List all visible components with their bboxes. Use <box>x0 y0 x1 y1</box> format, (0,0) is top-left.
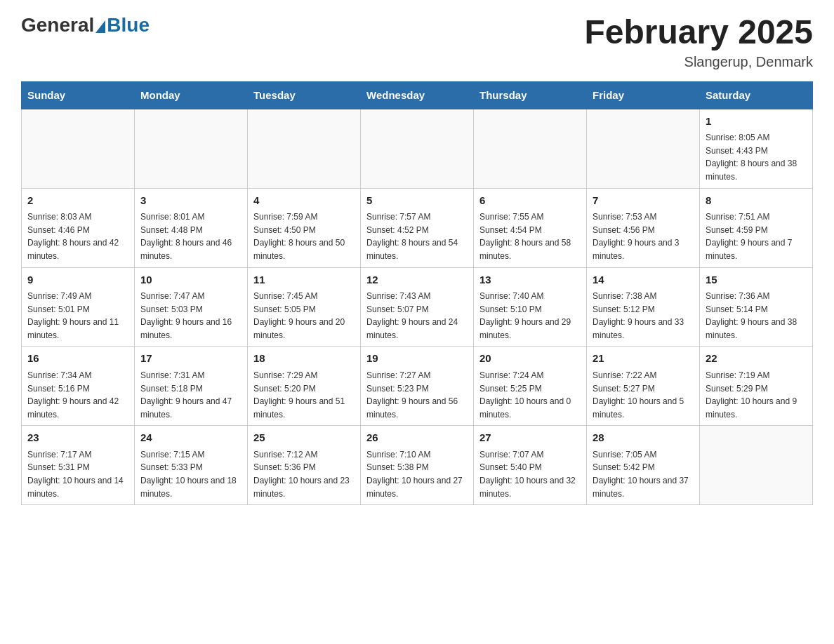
day-info: Sunrise: 7:49 AMSunset: 5:01 PMDaylight:… <box>27 290 128 342</box>
calendar-week-1: 1Sunrise: 8:05 AMSunset: 4:43 PMDaylight… <box>22 109 813 188</box>
logo: General Blue <box>21 14 150 36</box>
calendar-cell: 26Sunrise: 7:10 AMSunset: 5:38 PMDayligh… <box>361 426 474 505</box>
day-info: Sunrise: 7:43 AMSunset: 5:07 PMDaylight:… <box>366 290 468 342</box>
header-friday: Friday <box>587 81 700 109</box>
day-number: 8 <box>706 193 807 209</box>
calendar-cell <box>474 109 587 188</box>
calendar-cell <box>248 109 361 188</box>
day-info: Sunrise: 7:53 AMSunset: 4:56 PMDaylight:… <box>593 210 694 262</box>
day-info: Sunrise: 7:22 AMSunset: 5:27 PMDaylight:… <box>593 369 694 421</box>
calendar-cell: 17Sunrise: 7:31 AMSunset: 5:18 PMDayligh… <box>135 347 248 426</box>
calendar-cell: 8Sunrise: 7:51 AMSunset: 4:59 PMDaylight… <box>700 188 813 267</box>
calendar-header: Sunday Monday Tuesday Wednesday Thursday… <box>22 81 813 109</box>
day-number: 13 <box>479 272 581 288</box>
calendar-cell: 10Sunrise: 7:47 AMSunset: 5:03 PMDayligh… <box>135 267 248 347</box>
calendar-cell <box>700 426 813 505</box>
day-number: 11 <box>253 272 355 288</box>
calendar-cell <box>22 109 135 188</box>
header-thursday: Thursday <box>474 81 587 109</box>
calendar-cell: 5Sunrise: 7:57 AMSunset: 4:52 PMDaylight… <box>361 188 474 267</box>
calendar-body: 1Sunrise: 8:05 AMSunset: 4:43 PMDaylight… <box>22 109 813 505</box>
day-number: 19 <box>366 351 468 367</box>
day-info: Sunrise: 7:55 AMSunset: 4:54 PMDaylight:… <box>479 210 581 262</box>
day-info: Sunrise: 7:38 AMSunset: 5:12 PMDaylight:… <box>593 290 694 342</box>
calendar-cell: 24Sunrise: 7:15 AMSunset: 5:33 PMDayligh… <box>135 426 248 505</box>
calendar-cell: 7Sunrise: 7:53 AMSunset: 4:56 PMDaylight… <box>587 188 700 267</box>
day-number: 9 <box>27 272 128 288</box>
calendar-cell: 11Sunrise: 7:45 AMSunset: 5:05 PMDayligh… <box>248 267 361 347</box>
calendar-week-5: 23Sunrise: 7:17 AMSunset: 5:31 PMDayligh… <box>22 426 813 505</box>
day-number: 6 <box>479 193 581 209</box>
calendar-week-3: 9Sunrise: 7:49 AMSunset: 5:01 PMDaylight… <box>22 267 813 347</box>
day-info: Sunrise: 7:15 AMSunset: 5:33 PMDaylight:… <box>140 448 241 500</box>
day-info: Sunrise: 7:10 AMSunset: 5:38 PMDaylight:… <box>366 448 468 500</box>
calendar-cell: 28Sunrise: 7:05 AMSunset: 5:42 PMDayligh… <box>587 426 700 505</box>
day-number: 10 <box>140 272 241 288</box>
day-number: 24 <box>140 430 241 446</box>
logo-triangle-icon <box>95 20 105 33</box>
header-tuesday: Tuesday <box>248 81 361 109</box>
day-number: 12 <box>366 272 468 288</box>
page-header: General Blue February 2025 Slangerup, De… <box>21 14 813 70</box>
day-info: Sunrise: 8:03 AMSunset: 4:46 PMDaylight:… <box>27 210 128 262</box>
day-number: 15 <box>706 272 807 288</box>
calendar-cell: 9Sunrise: 7:49 AMSunset: 5:01 PMDaylight… <box>22 267 135 347</box>
day-info: Sunrise: 7:40 AMSunset: 5:10 PMDaylight:… <box>479 290 581 342</box>
calendar-cell: 19Sunrise: 7:27 AMSunset: 5:23 PMDayligh… <box>361 347 474 426</box>
calendar-cell: 13Sunrise: 7:40 AMSunset: 5:10 PMDayligh… <box>474 267 587 347</box>
calendar-cell: 14Sunrise: 7:38 AMSunset: 5:12 PMDayligh… <box>587 267 700 347</box>
calendar-cell: 1Sunrise: 8:05 AMSunset: 4:43 PMDaylight… <box>700 109 813 188</box>
day-number: 1 <box>706 114 807 130</box>
day-number: 28 <box>593 430 694 446</box>
day-info: Sunrise: 7:05 AMSunset: 5:42 PMDaylight:… <box>593 448 694 500</box>
day-info: Sunrise: 7:34 AMSunset: 5:16 PMDaylight:… <box>27 369 128 421</box>
title-section: February 2025 Slangerup, Denmark <box>584 14 813 70</box>
day-info: Sunrise: 7:19 AMSunset: 5:29 PMDaylight:… <box>706 369 807 421</box>
logo-blue-text: Blue <box>107 14 150 36</box>
weekday-header-row: Sunday Monday Tuesday Wednesday Thursday… <box>22 81 813 109</box>
header-monday: Monday <box>135 81 248 109</box>
day-info: Sunrise: 7:31 AMSunset: 5:18 PMDaylight:… <box>140 369 241 421</box>
day-info: Sunrise: 7:36 AMSunset: 5:14 PMDaylight:… <box>706 290 807 342</box>
month-title: February 2025 <box>584 14 813 51</box>
day-info: Sunrise: 7:51 AMSunset: 4:59 PMDaylight:… <box>706 210 807 262</box>
day-info: Sunrise: 8:05 AMSunset: 4:43 PMDaylight:… <box>706 131 807 183</box>
day-number: 5 <box>366 193 468 209</box>
day-number: 21 <box>593 351 694 367</box>
day-number: 16 <box>27 351 128 367</box>
day-info: Sunrise: 7:47 AMSunset: 5:03 PMDaylight:… <box>140 290 241 342</box>
day-info: Sunrise: 7:17 AMSunset: 5:31 PMDaylight:… <box>27 448 128 500</box>
day-number: 18 <box>253 351 355 367</box>
day-info: Sunrise: 7:59 AMSunset: 4:50 PMDaylight:… <box>253 210 355 262</box>
day-info: Sunrise: 7:07 AMSunset: 5:40 PMDaylight:… <box>479 448 581 500</box>
day-number: 25 <box>253 430 355 446</box>
calendar-cell: 12Sunrise: 7:43 AMSunset: 5:07 PMDayligh… <box>361 267 474 347</box>
calendar-cell: 2Sunrise: 8:03 AMSunset: 4:46 PMDaylight… <box>22 188 135 267</box>
calendar-cell: 16Sunrise: 7:34 AMSunset: 5:16 PMDayligh… <box>22 347 135 426</box>
day-number: 14 <box>593 272 694 288</box>
calendar-week-4: 16Sunrise: 7:34 AMSunset: 5:16 PMDayligh… <box>22 347 813 426</box>
day-number: 23 <box>27 430 128 446</box>
calendar-cell: 3Sunrise: 8:01 AMSunset: 4:48 PMDaylight… <box>135 188 248 267</box>
day-number: 17 <box>140 351 241 367</box>
calendar-week-2: 2Sunrise: 8:03 AMSunset: 4:46 PMDaylight… <box>22 188 813 267</box>
calendar-cell: 27Sunrise: 7:07 AMSunset: 5:40 PMDayligh… <box>474 426 587 505</box>
day-number: 4 <box>253 193 355 209</box>
day-number: 2 <box>27 193 128 209</box>
calendar-cell: 4Sunrise: 7:59 AMSunset: 4:50 PMDaylight… <box>248 188 361 267</box>
day-info: Sunrise: 7:45 AMSunset: 5:05 PMDaylight:… <box>253 290 355 342</box>
day-number: 3 <box>140 193 241 209</box>
day-info: Sunrise: 7:57 AMSunset: 4:52 PMDaylight:… <box>366 210 468 262</box>
day-number: 26 <box>366 430 468 446</box>
calendar-table: Sunday Monday Tuesday Wednesday Thursday… <box>21 81 813 505</box>
calendar-cell: 20Sunrise: 7:24 AMSunset: 5:25 PMDayligh… <box>474 347 587 426</box>
location-subtitle: Slangerup, Denmark <box>584 54 813 70</box>
calendar-cell: 15Sunrise: 7:36 AMSunset: 5:14 PMDayligh… <box>700 267 813 347</box>
day-number: 27 <box>479 430 581 446</box>
calendar-cell <box>135 109 248 188</box>
day-number: 7 <box>593 193 694 209</box>
calendar-cell: 23Sunrise: 7:17 AMSunset: 5:31 PMDayligh… <box>22 426 135 505</box>
day-info: Sunrise: 7:27 AMSunset: 5:23 PMDaylight:… <box>366 369 468 421</box>
logo-general-text: General <box>21 14 94 36</box>
calendar-cell: 18Sunrise: 7:29 AMSunset: 5:20 PMDayligh… <box>248 347 361 426</box>
